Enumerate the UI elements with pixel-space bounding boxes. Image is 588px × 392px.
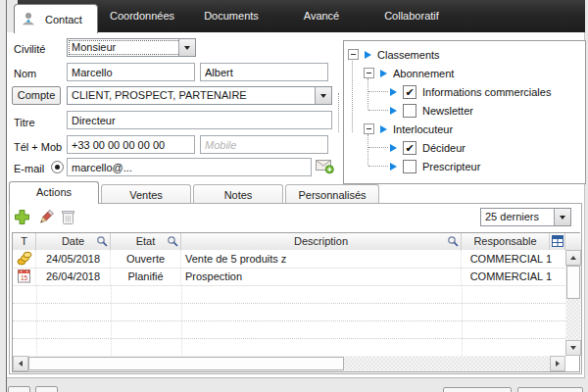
table-grid-icon (552, 235, 564, 247)
row-responsable: COMMERCIAL 1 (462, 268, 560, 285)
chevron-down-icon[interactable] (315, 87, 331, 104)
tree-node-label: Newsletter (422, 105, 473, 117)
column-line (462, 285, 463, 356)
tree-node-informations-commerciales[interactable]: ✔ Informations commerciales (390, 82, 551, 101)
add-email-icon[interactable] (316, 159, 334, 176)
tree-node-abonnement[interactable]: Abonnement (364, 64, 454, 82)
vertical-scroll-thumb[interactable] (566, 266, 580, 299)
row-etat: Planifié (111, 268, 181, 285)
row-type-cell (13, 250, 36, 268)
column-chooser-cell[interactable] (550, 233, 565, 250)
mobile-input[interactable] (200, 135, 328, 154)
empty-row (13, 320, 565, 339)
row-responsable: COMMERCIAL 1 (462, 250, 560, 268)
compte-button[interactable]: Compte (12, 86, 61, 105)
row-date: 26/04/2018 (36, 268, 111, 285)
prenom-input[interactable] (200, 63, 328, 81)
compte-combobox[interactable]: CLIENT, PROSPECT, PARTENAIRE (67, 86, 332, 105)
checkbox-checked[interactable]: ✔ (403, 85, 416, 99)
tree-connector (352, 58, 353, 132)
edit-action-button[interactable] (37, 209, 54, 225)
tree-node-newsletter[interactable]: Newsletter (390, 101, 473, 120)
horizontal-scroll-thumb[interactable] (28, 357, 344, 370)
recent-filter-combobox[interactable]: 25 derniers (480, 208, 571, 226)
nom-label: Nom (14, 65, 36, 82)
tab-documents[interactable]: Documents (186, 0, 276, 32)
chevron-down-icon[interactable] (554, 209, 570, 225)
actions-table: T Date Etat Description Responsable (12, 232, 580, 372)
chevron-down-icon[interactable] (178, 39, 195, 56)
horizontal-scroll-track[interactable] (344, 357, 550, 370)
checkbox-unchecked[interactable] (403, 104, 416, 118)
column-header-type[interactable]: T (13, 233, 36, 250)
classements-tree: Classements Abonnement ✔ Informations co… (343, 40, 586, 184)
column-header-etat[interactable]: Etat (111, 233, 181, 250)
calendar-icon: 15 (18, 269, 30, 283)
tab-actions[interactable]: Actions (9, 181, 99, 204)
table-row[interactable]: 15 26/04/2018 Planifié Prospection COMME… (13, 268, 565, 286)
tab-personnalises[interactable]: Personnalisés (285, 184, 379, 204)
pencil-icon (37, 209, 54, 225)
crm-contact-window: Contact Coordonnées Documents Avancé Col… (0, 0, 588, 392)
column-header-label: Description (294, 235, 348, 247)
tree-connector (368, 166, 388, 167)
tree-node-label: Interlocuteur (393, 123, 453, 135)
column-line (181, 285, 182, 356)
bottom-left-button-2[interactable] (35, 386, 58, 392)
checkbox-checked[interactable]: ✔ (403, 141, 416, 155)
collapse-icon[interactable] (348, 49, 359, 60)
table-row[interactable]: 24/05/2018 Ouverte Vente de 5 produits z… (13, 250, 565, 269)
tab-notes[interactable]: Notes (193, 184, 283, 204)
column-header-responsable[interactable]: Responsable (462, 233, 550, 250)
titre-input[interactable] (67, 111, 332, 129)
column-header-date[interactable]: Date (36, 233, 111, 250)
header-cap (565, 233, 581, 250)
vertical-splitter[interactable] (338, 93, 339, 132)
scroll-up-button[interactable] (565, 250, 581, 266)
email-input[interactable] (67, 158, 312, 176)
tree-arrow-icon (390, 163, 397, 171)
tab-contact[interactable]: Contact (14, 4, 98, 33)
add-action-button[interactable] (14, 209, 30, 225)
tree-node-classements[interactable]: Classements (348, 45, 440, 64)
tree-arrow-icon (380, 70, 387, 77)
collapse-icon[interactable] (364, 123, 374, 134)
tree-node-decideur[interactable]: ✔ Décideur (390, 138, 466, 157)
empty-row (13, 285, 565, 304)
tab-avance[interactable]: Avancé (276, 0, 367, 32)
tab-contact-label: Contact (45, 14, 82, 25)
scroll-right-button[interactable] (550, 356, 565, 371)
tree-node-label: Abonnement (393, 68, 454, 79)
titre-label: Titre (14, 114, 35, 131)
vertical-scroll-track[interactable] (566, 299, 580, 340)
collapse-icon[interactable] (364, 68, 374, 78)
row-etat: Ouverte (111, 250, 181, 268)
bottom-right-button-2[interactable] (517, 387, 583, 392)
column-header-label: Etat (136, 235, 156, 247)
row-description: Prospection (181, 268, 462, 285)
civilite-combobox[interactable]: Monsieur (67, 38, 196, 57)
scroll-left-button[interactable] (13, 356, 28, 371)
checkbox-unchecked[interactable] (403, 160, 416, 173)
tab-coordonnees[interactable]: Coordonnées (98, 0, 186, 32)
scroll-down-button[interactable] (565, 340, 581, 356)
delete-action-button[interactable] (61, 209, 77, 225)
tree-arrow-icon (390, 88, 397, 96)
tab-ventes[interactable]: Ventes (101, 184, 191, 204)
row-date: 24/05/2018 (36, 250, 111, 268)
nom-input[interactable] (67, 63, 195, 81)
tab-collaboratif[interactable]: Collaboratif (367, 0, 457, 32)
telephone-input[interactable] (67, 135, 195, 154)
tree-connector (368, 110, 388, 111)
bottom-right-button-1[interactable] (443, 387, 512, 392)
email-radio[interactable] (51, 161, 64, 173)
trash-icon (61, 209, 75, 225)
tree-node-label: Prescripteur (422, 161, 480, 172)
tree-connector (368, 147, 388, 148)
column-header-description[interactable]: Description (181, 233, 462, 250)
contact-person-icon (22, 12, 36, 27)
tree-node-prescripteur[interactable]: Prescripteur (390, 157, 480, 175)
empty-row (13, 303, 565, 321)
bottom-left-button-1[interactable] (8, 386, 30, 392)
tree-node-interlocuteur[interactable]: Interlocuteur (364, 120, 453, 138)
